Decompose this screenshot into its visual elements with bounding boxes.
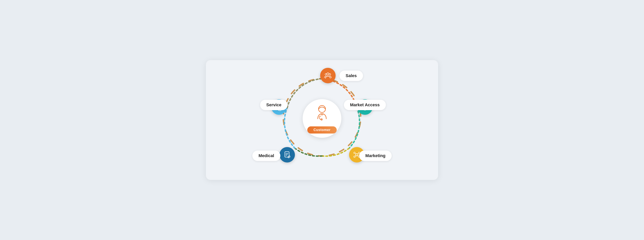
- medical-label: Medical: [252, 151, 280, 161]
- customer-badge: Customer: [307, 126, 337, 134]
- sales-label: Sales: [340, 70, 363, 81]
- marketing-label: Marketing: [359, 151, 392, 161]
- svg-line-17: [358, 156, 358, 156]
- main-card: .seg { stroke-width: 7; fill: none; stro…: [206, 60, 438, 180]
- svg-line-13: [358, 153, 358, 154]
- sales-icon: [324, 72, 332, 79]
- center-circle: Customer: [303, 99, 341, 138]
- svg-point-14: [354, 156, 355, 158]
- doctor-icon: [312, 104, 332, 125]
- medical-icon: [283, 151, 291, 159]
- sales-icon-node: [320, 68, 336, 83]
- svg-line-15: [355, 156, 356, 156]
- svg-point-10: [354, 152, 355, 154]
- service-label: Service: [260, 100, 288, 110]
- medical-icon-node: [280, 147, 295, 163]
- svg-line-11: [355, 153, 356, 154]
- market-access-label: Market Access: [344, 100, 386, 110]
- svg-point-1: [318, 105, 326, 112]
- svg-point-3: [327, 73, 329, 75]
- diagram: .seg { stroke-width: 7; fill: none; stro…: [264, 66, 380, 174]
